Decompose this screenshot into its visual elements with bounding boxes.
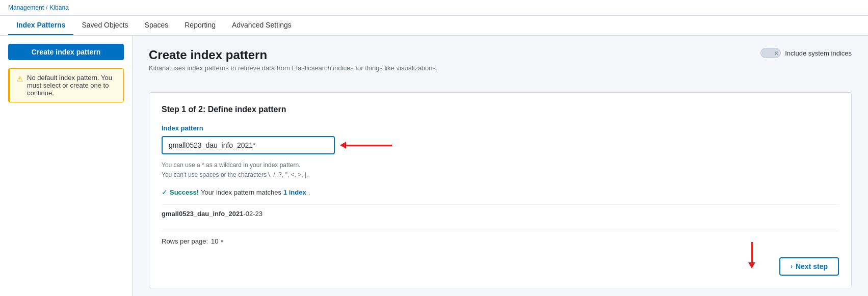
- sidebar: Create index pattern ⚠ No default index …: [0, 36, 133, 296]
- index-match-rest: -02-23: [243, 210, 262, 218]
- arrow-left-indicator: [340, 142, 392, 149]
- success-middle-text: Your index pattern matches: [201, 189, 281, 196]
- tab-saved-objects[interactable]: Saved Objects: [73, 16, 136, 35]
- warning-box: ⚠ No default index pattern. You must sel…: [8, 68, 124, 102]
- create-index-pattern-button[interactable]: Create index pattern: [8, 44, 124, 60]
- rows-dropdown[interactable]: 10 ▾: [211, 237, 223, 245]
- nav-tabs: Index Patterns Saved Objects Spaces Repo…: [0, 16, 868, 36]
- include-system-toggle[interactable]: ✕: [760, 48, 781, 58]
- tab-index-patterns[interactable]: Index Patterns: [8, 16, 73, 35]
- page-title: Create index pattern: [149, 48, 438, 62]
- arrow-head-down-icon: [748, 262, 755, 268]
- tab-reporting[interactable]: Reporting: [176, 16, 224, 35]
- include-system-label: Include system indices: [785, 49, 852, 57]
- success-suffix: .: [308, 189, 310, 196]
- main-layout: Create index pattern ⚠ No default index …: [0, 36, 868, 296]
- header-row: Create index pattern Kibana uses index p…: [149, 48, 852, 82]
- warning-icon: ⚠: [16, 74, 23, 84]
- create-pattern-card: Step 1 of 2: Define index pattern Index …: [149, 92, 852, 288]
- hint-text: You can use a * as a wildcard in your in…: [162, 160, 839, 180]
- input-row: [162, 136, 839, 154]
- next-step-area: › Next step: [162, 257, 839, 276]
- page-subtitle: Kibana uses index patterns to retrieve d…: [149, 64, 438, 72]
- next-step-button[interactable]: › Next step: [779, 257, 839, 276]
- toggle-x-icon: ✕: [774, 50, 778, 56]
- breadcrumb-kibana[interactable]: Kibana: [49, 4, 68, 11]
- tab-spaces[interactable]: Spaces: [137, 16, 177, 35]
- breadcrumb-management[interactable]: Management: [8, 4, 44, 11]
- index-match-row: gmall0523_dau_info_2021-02-23: [162, 204, 839, 223]
- tab-advanced-settings[interactable]: Advanced Settings: [224, 16, 300, 35]
- index-pattern-input[interactable]: [162, 136, 335, 154]
- success-count[interactable]: 1 index: [283, 189, 306, 196]
- step-title: Step 1 of 2: Define index pattern: [162, 105, 839, 114]
- rows-value: 10: [211, 237, 218, 245]
- breadcrumb-separator: /: [46, 4, 47, 11]
- breadcrumb: Management / Kibana: [0, 0, 868, 16]
- rows-label: Rows per page:: [162, 237, 208, 245]
- page-header: Create index pattern Kibana uses index p…: [149, 48, 438, 72]
- index-match-bold: gmall0523_dau_info_2021: [162, 210, 243, 218]
- arrow-to-next-indicator: [748, 242, 760, 268]
- success-message: ✓ Success! Your index pattern matches 1 …: [162, 188, 839, 196]
- rows-per-page: Rows per page: 10 ▾: [162, 231, 839, 245]
- chevron-down-icon: ▾: [221, 238, 223, 244]
- toggle-track: ✕: [760, 48, 781, 58]
- arrow-shaft-h: [346, 145, 392, 146]
- warning-text: No default index pattern. You must selec…: [27, 74, 117, 97]
- include-system-row: ✕ Include system indices: [760, 48, 852, 58]
- next-chevron-icon: ›: [791, 263, 793, 270]
- success-check-icon: ✓: [162, 188, 168, 196]
- next-step-label: Next step: [796, 262, 828, 271]
- arrow-shaft-v: [751, 242, 753, 262]
- content-area: Create index pattern Kibana uses index p…: [133, 36, 868, 296]
- success-label: Success!: [170, 189, 199, 196]
- arrow-head-left-icon: [340, 142, 346, 149]
- field-label: Index pattern: [162, 124, 839, 132]
